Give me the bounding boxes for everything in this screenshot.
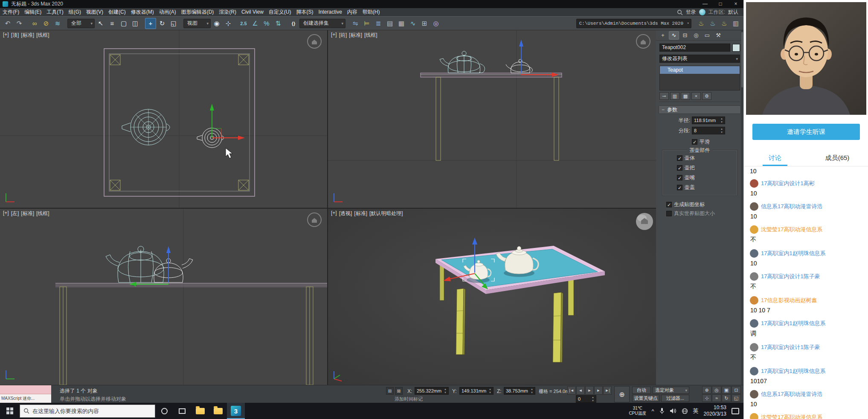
real-world-map-checkbox[interactable]: [666, 211, 672, 216]
input-language-button[interactable]: 英: [693, 407, 699, 415]
selected-teapot-wireframe[interactable]: [506, 59, 532, 73]
menu-item[interactable]: 创建(C): [106, 8, 128, 16]
next-frame-button[interactable]: ►: [594, 386, 603, 395]
menu-item[interactable]: 脚本(S): [293, 8, 316, 16]
menu-item[interactable]: 自定义(U): [266, 8, 294, 16]
viewport-shading-menu[interactable]: [线框]: [36, 32, 49, 39]
sidebar-tab[interactable]: 成员(65): [806, 150, 868, 166]
selection-filter-dropdown[interactable]: 全部: [67, 19, 95, 28]
key-mode-dropdown[interactable]: 选定对象: [653, 387, 689, 394]
play-animation-button[interactable]: ►: [585, 386, 594, 395]
schematic-view-icon[interactable]: ⊞: [419, 18, 430, 29]
selection-lock-icon[interactable]: ⊠: [395, 387, 403, 395]
maxscript-mini-listener[interactable]: MAXScript 迷你...: [0, 385, 51, 403]
zoom-region-icon[interactable]: ⊡: [732, 386, 741, 394]
viewport-left[interactable]: [+] [左] [标准] [线框]: [0, 209, 327, 385]
menu-item[interactable]: 工具(T): [44, 8, 66, 16]
curve-editor-icon[interactable]: ∿: [407, 18, 418, 29]
bind-to-space-warp-icon[interactable]: ≋: [52, 18, 63, 29]
select-and-rotate-icon[interactable]: ↻: [157, 18, 168, 29]
network-icon[interactable]: [682, 408, 688, 414]
configure-modifier-sets-icon[interactable]: ⚙: [702, 92, 711, 100]
workspace-selector[interactable]: 默认: [728, 9, 738, 16]
toggle-ribbon-icon[interactable]: ▦: [396, 18, 407, 29]
zoom-all-icon[interactable]: ◎: [712, 386, 721, 394]
invite-students-button[interactable]: 邀请学生听课: [752, 124, 860, 140]
move-gizmo[interactable]: [129, 246, 171, 286]
auto-key-button[interactable]: 自动: [632, 387, 651, 394]
render-setup-icon[interactable]: ♨: [696, 18, 707, 29]
viewport-top[interactable]: [+] [顶] [标准] [线框]: [0, 30, 327, 208]
viewport-general-menu[interactable]: [+]: [3, 210, 9, 217]
key-filters-button[interactable]: 过滤器...: [661, 395, 689, 402]
object-name-field[interactable]: Teapot002: [659, 44, 730, 52]
modify-tab[interactable]: ∿: [669, 31, 679, 40]
named-selection-sets-field[interactable]: 创建选择集: [299, 19, 345, 28]
search-icon[interactable]: [677, 9, 683, 15]
goto-end-button[interactable]: ►|: [603, 386, 612, 395]
viewcube[interactable]: [308, 35, 321, 48]
select-and-move-icon[interactable]: +: [145, 18, 156, 29]
menu-item[interactable]: Civil View: [239, 8, 266, 16]
cortana-button[interactable]: [155, 403, 173, 419]
menu-item[interactable]: 视图(V): [84, 8, 106, 16]
add-time-tag[interactable]: 添加时间标记: [395, 396, 423, 402]
render-production-icon[interactable]: ♨: [719, 18, 730, 29]
rectangular-selection-region-icon[interactable]: ▢: [118, 18, 129, 29]
menu-item[interactable]: Interactive: [316, 8, 344, 16]
reference-coordinate-system-dropdown[interactable]: 视图: [183, 19, 211, 28]
material-editor-icon[interactable]: ◎: [430, 18, 441, 29]
spinner-arrows-icon[interactable]: [719, 127, 724, 134]
select-and-manipulate-icon[interactable]: ⊹: [223, 18, 234, 29]
speaker-icon[interactable]: [670, 408, 676, 414]
walk-through-icon[interactable]: ≈: [712, 394, 721, 402]
show-end-result-icon[interactable]: ▥: [670, 92, 679, 100]
set-key-big-button[interactable]: ⊕: [614, 386, 630, 402]
search-input[interactable]: [32, 408, 143, 414]
use-pivot-point-center-icon[interactable]: ◉: [211, 18, 222, 29]
select-object-icon[interactable]: ↖: [95, 18, 106, 29]
viewcube[interactable]: [308, 213, 321, 227]
3dsmax-taskbar-button[interactable]: 3: [227, 403, 245, 419]
remove-modifier-icon[interactable]: ×: [691, 92, 701, 100]
viewcube[interactable]: [636, 35, 650, 48]
viewport-pov-menu[interactable]: [前]: [339, 32, 347, 39]
pin-stack-icon[interactable]: ⊸: [659, 92, 669, 100]
unlink-selection-icon[interactable]: ⊘: [41, 18, 52, 29]
spinner-snap-toggle-icon[interactable]: ⇅: [273, 18, 284, 29]
select-by-name-icon[interactable]: ≡: [107, 18, 118, 29]
menu-item[interactable]: 编辑(E): [22, 8, 44, 16]
chat-message-list[interactable]: 10 17高职室内设计1高彬 10 信息系17高职动漫雷诗浩 10: [744, 167, 868, 419]
spinner-arrows-icon[interactable]: [590, 396, 595, 402]
part-checkbox[interactable]: [677, 155, 682, 161]
modifier-list-dropdown[interactable]: 修改器列表: [659, 55, 740, 63]
spinner-arrows-icon[interactable]: [488, 387, 493, 394]
viewport-style-menu[interactable]: [标准]: [354, 210, 367, 217]
macro-recorder-strip[interactable]: [0, 385, 51, 394]
select-and-link-icon[interactable]: ∞: [29, 18, 40, 29]
x-coordinate-field[interactable]: 255.322mm: [415, 387, 449, 395]
rendered-frame-window-icon[interactable]: ♨: [707, 18, 718, 29]
folder-shortcut-button[interactable]: [209, 403, 227, 419]
edit-named-selection-sets-icon[interactable]: {}: [288, 18, 299, 29]
undo-icon[interactable]: ↶: [2, 18, 13, 29]
maximize-viewport-toggle-icon[interactable]: ◱: [732, 394, 741, 402]
motion-tab[interactable]: ◎: [691, 31, 701, 40]
radius-spinner[interactable]: 118.91mm: [692, 116, 725, 124]
zoom-extents-icon[interactable]: ▣: [722, 386, 731, 394]
spinner-arrows-icon[interactable]: [529, 387, 534, 394]
start-button[interactable]: [0, 403, 20, 419]
generate-mapping-checkbox[interactable]: [666, 202, 672, 207]
menu-item[interactable]: 渲染(R): [216, 8, 239, 16]
part-checkbox[interactable]: [677, 175, 682, 180]
spinner-arrows-icon[interactable]: [719, 117, 724, 124]
menu-item[interactable]: 帮助(H): [360, 8, 383, 16]
parameters-rollout[interactable]: 参数: [659, 105, 741, 114]
part-checkbox[interactable]: [677, 185, 682, 190]
viewport-pov-menu[interactable]: [透视]: [339, 210, 352, 217]
segments-spinner[interactable]: 8: [692, 127, 725, 134]
menu-item[interactable]: 组(G): [66, 8, 84, 16]
viewport-style-menu[interactable]: [标准]: [21, 32, 34, 39]
z-coordinate-field[interactable]: 38.753mm: [504, 387, 535, 395]
viewport-perspective[interactable]: [+] [透视] [标准] [默认明暗处理]: [328, 209, 656, 385]
